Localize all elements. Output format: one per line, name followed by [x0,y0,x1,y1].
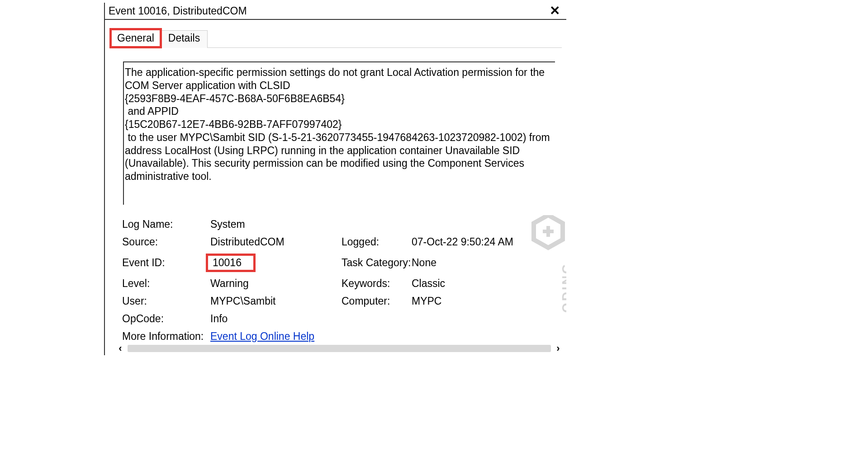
opcode-label: OpCode: [122,313,210,325]
tab-strip: General Details [105,28,566,48]
tab-details[interactable]: Details [162,30,208,48]
source-value: DistributedCOM [210,236,342,248]
log-name-value: System [210,218,342,230]
user-label: User: [122,295,210,307]
content-area: The application-specific permission sett… [105,61,566,343]
more-info-label: More Information: [122,330,210,343]
event-meta-grid: Log Name: System Source: DistributedCOM … [122,218,562,343]
tab-general[interactable]: General [109,28,162,48]
log-name-label: Log Name: [122,218,210,230]
opcode-value: Info [210,313,342,325]
event-description: The application-specific permission sett… [123,61,555,205]
scroll-track[interactable] [128,345,551,352]
user-value: MYPC\Sambit [210,295,342,307]
source-label: Source: [122,236,210,248]
logged-label: Logged: [342,236,412,248]
horizontal-scrollbar[interactable]: ‹ › [116,342,563,355]
level-label: Level: [122,277,210,290]
keywords-value: Classic [412,277,543,290]
close-icon[interactable]: ✕ [548,5,562,17]
event-properties-window: Event 10016, DistributedCOM ✕ General De… [104,3,566,355]
logged-value: 07-Oct-22 9:50:24 AM [412,236,543,248]
window-title: Event 10016, DistributedCOM [109,5,247,17]
scroll-left-icon[interactable]: ‹ [116,343,125,354]
task-category-value: None [412,257,543,269]
more-info-link[interactable]: Event Log Online Help [210,330,314,342]
titlebar: Event 10016, DistributedCOM ✕ [105,3,566,20]
level-value: Warning [210,277,342,290]
keywords-label: Keywords: [342,277,412,290]
computer-value: MYPC [412,295,543,307]
scroll-right-icon[interactable]: › [554,343,563,354]
event-id-value: 10016 [206,254,256,272]
task-category-label: Task Category: [342,257,412,269]
event-id-label: Event ID: [122,257,210,269]
computer-label: Computer: [342,295,412,307]
